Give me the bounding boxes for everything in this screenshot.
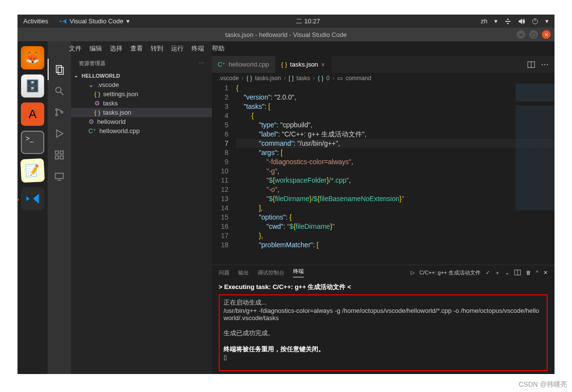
split-editor-icon[interactable] bbox=[527, 61, 535, 68]
run-task-icon[interactable]: ▷ bbox=[411, 270, 415, 276]
tree-item-tasks[interactable]: ⚙tasks bbox=[71, 99, 212, 108]
volume-icon[interactable] bbox=[518, 18, 525, 25]
tree-item-settings.json[interactable]: { }settings.json bbox=[71, 89, 212, 99]
menu-文件[interactable]: 文件 bbox=[65, 45, 86, 52]
dock-files[interactable]: 🗄️ bbox=[21, 74, 44, 98]
menu-查看[interactable]: 查看 bbox=[126, 45, 147, 52]
code-editor[interactable]: 123456789101112131415161718 { "version":… bbox=[212, 84, 555, 265]
panel-tab-调试控制台[interactable]: 调试控制台 bbox=[258, 269, 284, 276]
terminal-output[interactable]: > Executing task: C/C++: g++ 生成活动文件 < 正在… bbox=[212, 280, 555, 374]
bottom-panel: 问题输出调试控制台终端 ▷ C/C++: g++ 生成活动文件 ✓ ＋ ⌄ 🗑 … bbox=[212, 265, 555, 374]
svg-rect-8 bbox=[60, 151, 63, 154]
tab-helloworld.cpp[interactable]: C⁺helloworld.cpp bbox=[212, 56, 276, 73]
power-icon[interactable] bbox=[532, 18, 538, 25]
folder-root[interactable]: ⌄HELLOWORLD bbox=[71, 71, 212, 80]
ubuntu-dock: 🦊 🗄️ A 📝 bbox=[17, 41, 48, 374]
terminal-exec-line: > Executing task: C/C++: g++ 生成活动文件 < bbox=[219, 283, 548, 291]
app-menu[interactable]: Visual Studio Code ▾ bbox=[54, 17, 135, 25]
maximize-button[interactable]: ▢ bbox=[529, 30, 538, 39]
panel-tab-问题[interactable]: 问题 bbox=[219, 269, 229, 276]
menu-帮助[interactable]: 帮助 bbox=[208, 45, 228, 52]
activity-search[interactable] bbox=[48, 80, 71, 102]
tree-item-helloworld[interactable]: ⚙helloworld bbox=[71, 117, 212, 126]
trash-icon[interactable]: 🗑 bbox=[526, 270, 531, 275]
sidebar-explorer: 资源管理器 ⋯ ⌄HELLOWORLD ⌄.vscode{ }settings.… bbox=[71, 41, 212, 374]
minimap[interactable] bbox=[516, 84, 555, 265]
input-lang[interactable]: zh bbox=[481, 17, 487, 25]
activity-extensions[interactable] bbox=[48, 144, 71, 166]
svg-rect-7 bbox=[55, 151, 58, 154]
tab-more-icon[interactable]: ⋯ bbox=[541, 60, 549, 69]
svg-rect-2 bbox=[58, 67, 63, 74]
minimize-button[interactable]: ━ bbox=[517, 30, 525, 39]
activity-explorer[interactable] bbox=[48, 59, 71, 80]
split-terminal-icon[interactable] bbox=[514, 269, 521, 276]
activity-debug[interactable] bbox=[48, 123, 71, 144]
svg-point-3 bbox=[56, 87, 61, 93]
menu-终端[interactable]: 终端 bbox=[188, 45, 208, 52]
svg-rect-10 bbox=[60, 156, 63, 159]
activities-button[interactable]: Activities bbox=[17, 17, 54, 25]
svg-point-4 bbox=[56, 109, 58, 111]
terminal-line: 终端将被任务重用，按任意键关闭。 bbox=[224, 345, 543, 354]
sidebar-more-icon[interactable]: ⋯ bbox=[199, 60, 204, 67]
svg-rect-11 bbox=[55, 173, 64, 179]
dock-vscode[interactable] bbox=[21, 187, 44, 210]
window-title: tasks.json - helloworld - Visual Studio … bbox=[17, 31, 555, 38]
activity-scm[interactable] bbox=[48, 102, 71, 123]
editor-area: C⁺helloworld.cpp{ }tasks.json× ⋯ .vscode… bbox=[212, 41, 555, 374]
tree-item-tasks.json[interactable]: { }tasks.json bbox=[71, 108, 212, 117]
dock-firefox[interactable]: 🦊 bbox=[21, 46, 44, 69]
maximize-panel-icon[interactable]: ^ bbox=[536, 270, 538, 275]
terminal-cursor: ▯ bbox=[224, 354, 543, 361]
menu-运行[interactable]: 运行 bbox=[167, 45, 188, 52]
dock-terminal[interactable] bbox=[21, 131, 44, 154]
new-terminal-icon[interactable]: ＋ bbox=[495, 269, 500, 276]
close-button[interactable]: ✕ bbox=[542, 30, 551, 39]
menu-转到[interactable]: 转到 bbox=[147, 45, 167, 52]
panel-tab-输出[interactable]: 输出 bbox=[238, 269, 249, 276]
dock-notes[interactable]: 📝 bbox=[20, 158, 45, 183]
window-titlebar: tasks.json - helloworld - Visual Studio … bbox=[17, 28, 555, 41]
tab-tasks.json[interactable]: { }tasks.json× bbox=[276, 56, 331, 73]
terminal-line: 生成已成功完成。 bbox=[224, 329, 543, 338]
tree-item-.vscode[interactable]: ⌄.vscode bbox=[71, 80, 212, 89]
svg-point-5 bbox=[56, 114, 58, 116]
clock[interactable]: 二 10:27 bbox=[136, 17, 481, 26]
terminal-highlight-box: 正在启动生成... /usr/bin/g++ -fdiagnostics-col… bbox=[219, 294, 548, 371]
watermark: CSDN @韩曙亮 bbox=[519, 380, 567, 389]
activity-bar bbox=[48, 41, 71, 374]
task-success-icon: ✓ bbox=[485, 270, 490, 276]
terminal-line: /usr/bin/g++ -fdiagnostics-color=always … bbox=[224, 307, 543, 322]
terminal-line: 正在启动生成... bbox=[224, 298, 543, 307]
close-panel-icon[interactable]: ✕ bbox=[543, 270, 548, 276]
activity-remote[interactable] bbox=[48, 166, 71, 187]
menu-选择[interactable]: 选择 bbox=[106, 45, 126, 52]
panel-tab-终端[interactable]: 终端 bbox=[293, 268, 304, 277]
dock-software[interactable]: A bbox=[21, 102, 44, 126]
svg-rect-9 bbox=[55, 156, 58, 159]
sidebar-title: 资源管理器 bbox=[79, 60, 105, 67]
app-menu-label: Visual Studio Code bbox=[69, 17, 123, 25]
tree-item-helloworld.cpp[interactable]: C⁺helloworld.cpp bbox=[71, 126, 212, 136]
gnome-top-bar: Activities Visual Studio Code ▾ 二 10:27 … bbox=[17, 15, 555, 28]
menu-编辑[interactable]: 编辑 bbox=[86, 45, 106, 52]
svg-rect-1 bbox=[56, 66, 62, 73]
network-icon[interactable] bbox=[504, 18, 511, 25]
close-tab-icon[interactable]: × bbox=[321, 61, 325, 68]
tab-bar: C⁺helloworld.cpp{ }tasks.json× ⋯ bbox=[212, 56, 555, 73]
breadcrumb[interactable]: .vscode›{ }tasks.json›[ ]tasks›{ }0›▭com… bbox=[212, 73, 555, 84]
task-name-label: C/C++: g++ 生成活动文件 bbox=[419, 269, 481, 276]
